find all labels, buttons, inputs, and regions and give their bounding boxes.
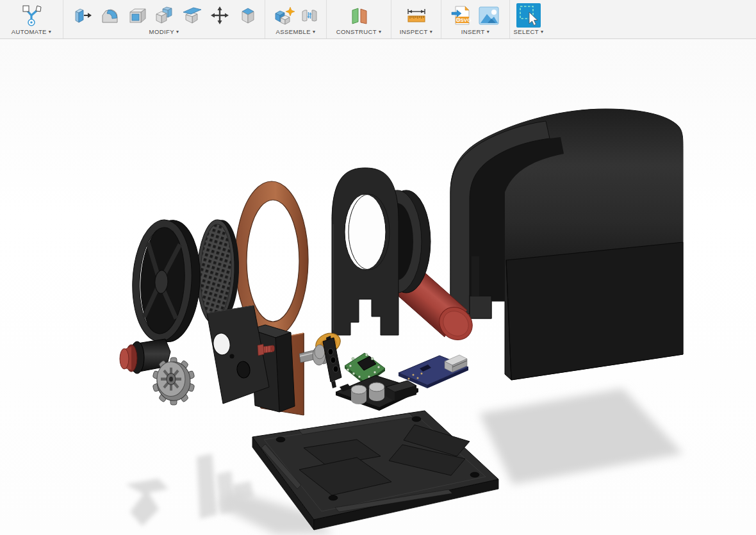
toolbar-group-insert: SVG INSERT ▾ (441, 0, 510, 38)
model-canvas[interactable] (0, 39, 756, 535)
chevron-down-icon: ▾ (379, 29, 381, 35)
construction-plane-button[interactable] (348, 6, 370, 25)
chamfer-icon (237, 6, 256, 25)
select-label: SELECT (514, 29, 539, 35)
inspect-label: INSPECT (400, 29, 428, 35)
insert-svg-icon: SVG (451, 4, 473, 26)
split-body-icon (182, 6, 202, 25)
construct-menu[interactable]: CONSTRUCT ▾ (336, 29, 382, 35)
toolbar-group-assemble: ASSEMBLE ▾ (265, 0, 327, 38)
assemble-label: ASSEMBLE (276, 29, 311, 35)
select-button[interactable] (516, 3, 541, 28)
app-window: AUTOMATE ▾ (0, 0, 756, 535)
press-pull-icon (72, 6, 92, 25)
new-component-button[interactable] (273, 6, 295, 25)
inspect-menu[interactable]: INSPECT ▾ (400, 29, 432, 35)
chevron-down-icon: ▾ (49, 29, 51, 35)
chevron-down-icon: ▾ (487, 29, 489, 35)
insert-canvas-button[interactable] (478, 4, 500, 26)
select-menu[interactable]: SELECT ▾ (514, 29, 544, 35)
shell-icon (127, 6, 146, 25)
combine-icon (154, 6, 174, 25)
measure-button[interactable] (404, 6, 429, 25)
combine-button[interactable] (154, 6, 174, 25)
move-copy-button[interactable] (210, 6, 229, 25)
split-body-button[interactable] (182, 6, 202, 25)
chevron-down-icon: ▾ (541, 29, 543, 35)
shell-button[interactable] (127, 6, 146, 25)
toolbar: AUTOMATE ▾ (0, 0, 756, 39)
insert-svg-button[interactable]: SVG (451, 4, 473, 26)
automate-button[interactable] (21, 4, 42, 27)
insert-canvas-icon (478, 4, 500, 26)
assemble-menu[interactable]: ASSEMBLE ▾ (276, 29, 316, 35)
toolbar-empty-space (547, 0, 756, 38)
toolbar-group-automate: AUTOMATE ▾ (0, 0, 63, 38)
joint-icon (300, 6, 319, 25)
modify-menu[interactable]: MODIFY ▾ (149, 29, 179, 35)
modify-label: MODIFY (149, 29, 174, 35)
automate-menu[interactable]: AUTOMATE ▾ (12, 29, 52, 35)
construct-label: CONSTRUCT (336, 29, 377, 35)
chevron-down-icon: ▾ (176, 29, 179, 35)
toolbar-group-modify: MODIFY ▾ (63, 0, 265, 38)
chamfer-button[interactable] (237, 6, 256, 25)
toolbar-group-select: SELECT ▾ (510, 0, 547, 38)
automate-icon (21, 4, 42, 27)
measure-icon (404, 6, 429, 25)
svg-badge-text: SVG (461, 17, 472, 23)
new-component-icon (273, 6, 295, 25)
part-flywheel[interactable] (129, 218, 203, 343)
part-outer-cover[interactable] (450, 109, 683, 380)
move-copy-icon (210, 6, 229, 25)
chevron-down-icon: ▾ (313, 29, 315, 35)
press-pull-button[interactable] (72, 6, 92, 25)
automate-label: AUTOMATE (12, 29, 47, 35)
fillet-button[interactable] (100, 6, 119, 25)
part-driver-pcb[interactable] (336, 375, 418, 411)
insert-menu[interactable]: INSERT ▾ (461, 29, 490, 35)
construction-plane-icon (348, 6, 370, 25)
chevron-down-icon: ▾ (430, 29, 432, 35)
insert-label: INSERT (461, 29, 485, 35)
viewport-3d[interactable] (0, 39, 756, 535)
fillet-icon (100, 6, 119, 25)
joint-button[interactable] (300, 6, 319, 25)
toolbar-group-inspect: INSPECT ▾ (391, 0, 441, 38)
toolbar-group-construct: CONSTRUCT ▾ (327, 0, 391, 38)
select-icon (516, 3, 541, 28)
